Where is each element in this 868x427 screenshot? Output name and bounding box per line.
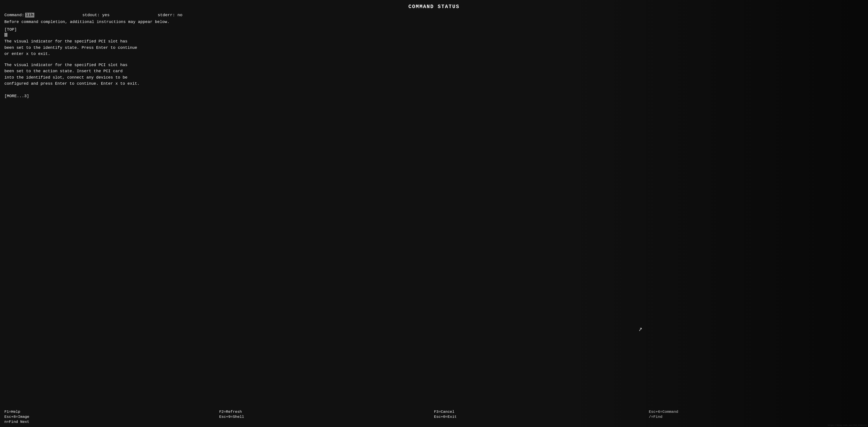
- footer-esc9[interactable]: Esc+9=Shell: [219, 415, 434, 419]
- footer-empty2: [434, 420, 649, 424]
- message1: The visual indicator for the specified P…: [4, 38, 864, 57]
- terminal-window: COMMAND STATUS Command: lih stdout: yes …: [0, 0, 868, 427]
- stderr-label: stderr: no: [158, 13, 182, 18]
- footer-esc8[interactable]: Esc+8=Image: [4, 415, 219, 419]
- cursor-block: [4, 33, 7, 37]
- footer-esc0[interactable]: Esc+0=Exit: [434, 415, 649, 419]
- footer-f3[interactable]: F3=Cancel: [434, 410, 649, 414]
- more-marker: [MORE...3]: [4, 94, 864, 98]
- footer-find[interactable]: /=Find: [649, 415, 864, 419]
- instruction-line: Before command completion, additional in…: [4, 20, 864, 24]
- footer-empty3: [649, 420, 864, 424]
- command-line: Command: lih stdout: yes stderr: no: [4, 13, 864, 18]
- footer: F1=Help F2=Refresh F3=Cancel Esc+6=Comma…: [4, 410, 864, 424]
- footer-esc6[interactable]: Esc+6=Command: [649, 410, 864, 414]
- footer-find-next[interactable]: n=Find Next: [4, 420, 219, 424]
- command-value: lih: [25, 13, 34, 18]
- stdout-label: stdout: yes: [83, 13, 110, 18]
- command-label: Command:: [4, 13, 24, 18]
- message2: The visual indicator for the specified P…: [4, 62, 864, 87]
- url-watermark: https://blog.csdn.net/lh0_37882252: [828, 424, 867, 427]
- footer-f1[interactable]: F1=Help: [4, 410, 219, 414]
- footer-empty1: [219, 420, 434, 424]
- footer-f2[interactable]: F2=Refresh: [219, 410, 434, 414]
- title-bar: COMMAND STATUS: [4, 4, 864, 10]
- top-marker: [TOP]: [4, 27, 864, 32]
